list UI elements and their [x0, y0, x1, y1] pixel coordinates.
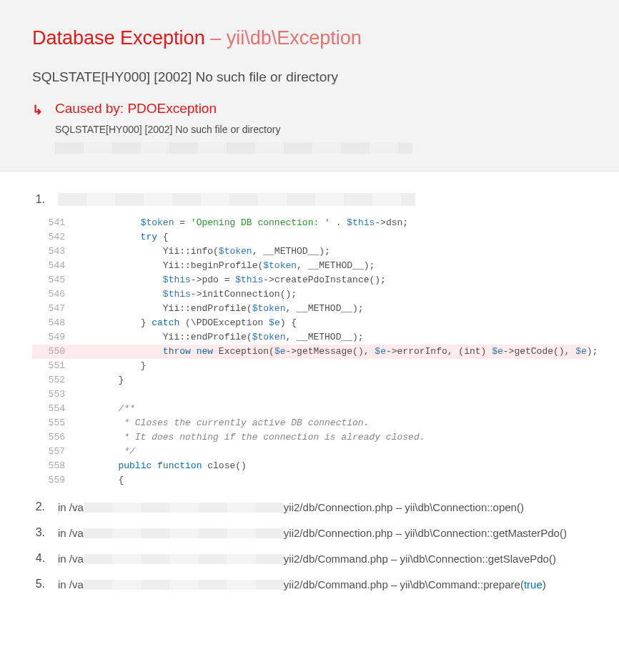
line-number: 541 — [32, 216, 74, 230]
code-line: 554 /** — [32, 402, 587, 416]
code-line: 549 Yii::endProfile($token, __METHOD__); — [32, 330, 587, 345]
line-number: 545 — [32, 273, 74, 287]
title-main: Database Exception — [32, 27, 205, 49]
line-number: 549 — [32, 330, 74, 345]
line-number: 557 — [32, 445, 74, 459]
trace-head: 4. in /vayii2/db/Command.php – yii\db\Co… — [32, 552, 587, 565]
line-number: 550 — [32, 345, 74, 359]
trace-method: yii\db\Command::prepare( — [400, 578, 523, 591]
line-number: 558 — [32, 459, 74, 473]
redacted-path — [84, 554, 284, 564]
trace-number: 3. — [32, 526, 45, 539]
redacted-path — [84, 580, 284, 590]
code-line: 542 try { — [32, 230, 587, 244]
trace-method: yii\db\Connection::getMasterPdo() — [405, 527, 567, 539]
trace-number: 2. — [32, 500, 45, 513]
code-line: 547 Yii::endProfile($token, __METHOD__); — [32, 302, 587, 316]
trace-number: 4. — [32, 552, 45, 565]
trace-item[interactable]: 4. in /vayii2/db/Command.php – yii\db\Co… — [32, 552, 587, 565]
redacted-path — [84, 503, 284, 513]
caused-by-title: Caused by: PDOException — [55, 101, 587, 117]
trace-path-text: in /vayii2/db/Command.php – yii\db\Conne… — [58, 553, 556, 565]
code-line: 548 } catch (\PDOException $e) { — [32, 316, 587, 330]
trace-item[interactable]: 1. 541 $token = 'Opening DB connection: … — [32, 193, 587, 488]
line-number: 542 — [32, 230, 74, 244]
code-line-highlighted: 550 throw new Exception($e->getMessage()… — [32, 345, 587, 359]
redacted-path — [84, 528, 284, 538]
trace-head: 5. in /vayii2/db/Command.php – yii\db\Co… — [32, 578, 587, 591]
trace-item[interactable]: 2. in /vayii2/db/Connection.php – yii\db… — [32, 500, 587, 513]
trace-item[interactable]: 3. in /vayii2/db/Connection.php – yii\db… — [32, 526, 587, 539]
stack-trace: 1. 541 $token = 'Opening DB connection: … — [0, 172, 619, 611]
redacted-path — [55, 142, 412, 154]
code-line: 557 */ — [32, 445, 587, 459]
trace-method: yii\db\Connection::open() — [405, 501, 524, 513]
trace-number: 5. — [32, 578, 45, 591]
code-line: 551 } — [32, 359, 587, 373]
source-code-block: 541 $token = 'Opening DB connection: ' .… — [32, 216, 587, 488]
code-line: 543 Yii::info($token, __METHOD__); — [32, 244, 587, 259]
trace-path-text: in /vayii2/db/Command.php – yii\db\Comma… — [58, 578, 546, 591]
trace-head: 3. in /vayii2/db/Connection.php – yii\db… — [32, 526, 587, 539]
code-line: 546 $this->initConnection(); — [32, 287, 587, 302]
exception-class-link[interactable]: yii\db\Exception — [227, 27, 362, 49]
redacted-path — [58, 193, 415, 206]
line-number: 552 — [32, 373, 74, 387]
error-title: Database Exception – yii\db\Exception — [32, 27, 587, 49]
error-message: SQLSTATE[HY000] [2002] No such file or d… — [32, 69, 587, 85]
line-number: 555 — [32, 416, 74, 430]
caused-by-arrow-icon: ↳ — [32, 102, 43, 118]
code-line: 544 Yii::beginProfile($token, __METHOD__… — [32, 259, 587, 273]
line-number: 544 — [32, 259, 74, 273]
line-number: 546 — [32, 287, 74, 302]
code-line: 553 — [32, 387, 587, 402]
trace-method: yii\db\Connection::getSlavePdo() — [400, 553, 555, 565]
line-number: 559 — [32, 473, 74, 488]
trace-head: 2. in /vayii2/db/Connection.php – yii\db… — [32, 500, 587, 513]
arg-true: true — [524, 578, 543, 591]
trace-path-text: in /vayii2/db/Connection.php – yii\db\Co… — [58, 527, 567, 539]
trace-item[interactable]: 5. in /vayii2/db/Command.php – yii\db\Co… — [32, 578, 587, 591]
line-number: 548 — [32, 316, 74, 330]
code-line: 541 $token = 'Opening DB connection: ' .… — [32, 216, 587, 230]
code-line: 552 } — [32, 373, 587, 387]
trace-path-text: in /vayii2/db/Connection.php – yii\db\Co… — [58, 501, 524, 513]
line-number: 554 — [32, 402, 74, 416]
code-line: 558 public function close() — [32, 459, 587, 473]
code-line: 545 $this->pdo = $this->createPdoInstanc… — [32, 273, 587, 287]
line-number: 553 — [32, 387, 74, 402]
trace-number: 1. — [32, 193, 45, 206]
line-number: 543 — [32, 244, 74, 259]
title-dash: – — [205, 27, 227, 49]
caused-by-block: ↳ Caused by: PDOException SQLSTATE[HY000… — [32, 101, 587, 154]
line-number: 547 — [32, 302, 74, 316]
code-line: 559 { — [32, 473, 587, 488]
line-number: 551 — [32, 359, 74, 373]
code-line: 555 * Closes the currently active DB con… — [32, 416, 587, 430]
line-number: 556 — [32, 430, 74, 445]
caused-by-message: SQLSTATE[HY000] [2002] No such file or d… — [55, 124, 587, 135]
error-header: Database Exception – yii\db\Exception SQ… — [0, 0, 619, 172]
code-line: 556 * It does nothing if the connection … — [32, 430, 587, 445]
trace-head: 1. — [32, 193, 587, 206]
